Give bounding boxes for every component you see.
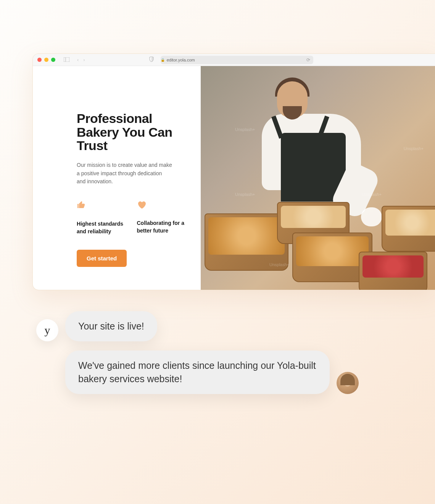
chat-bubble: We've gained more clients since launchin… xyxy=(65,351,330,394)
feature-item: Collaborating for a better future xyxy=(137,200,186,235)
page-content: Professional Bakery You Can Trust Our mi… xyxy=(33,66,435,290)
window-controls xyxy=(37,58,55,62)
user-avatar xyxy=(337,372,359,394)
browser-toolbar: ‹ › 🔒 editor.yola.com ⟳ xyxy=(33,54,435,66)
url-text: editor.yola.com xyxy=(167,58,195,62)
address-bar[interactable]: 🔒 editor.yola.com ⟳ xyxy=(161,56,313,64)
chat-row: We've gained more clients since launchin… xyxy=(36,351,359,394)
feature-label: Highest standards and reliability xyxy=(77,220,126,235)
heart-icon xyxy=(137,200,186,211)
chat-bubble: Your site is live! xyxy=(65,311,157,341)
hero-image: Unsplash+ Unsplash+ Unsplash+ Unsplash+ … xyxy=(201,66,435,290)
hero-section: Professional Bakery You Can Trust Our mi… xyxy=(33,66,201,290)
feature-item: Highest standards and reliability xyxy=(77,200,126,235)
get-started-button[interactable]: Get started xyxy=(77,250,127,267)
svg-rect-0 xyxy=(64,57,69,62)
watermark-text: Unsplash+ xyxy=(235,127,255,132)
lock-icon: 🔒 xyxy=(161,58,165,62)
nav-arrows: ‹ › xyxy=(77,57,85,63)
forward-button[interactable]: › xyxy=(83,57,85,63)
back-button[interactable]: ‹ xyxy=(77,57,79,63)
chat-section: y Your site is live! We've gained more c… xyxy=(36,311,359,394)
hero-title: Professional Bakery You Can Trust xyxy=(77,112,185,153)
features-row: Highest standards and reliability Collab… xyxy=(77,200,185,235)
sidebar-toggle-icon[interactable] xyxy=(64,57,69,63)
thumbs-up-icon xyxy=(77,200,126,212)
feature-label: Collaborating for a better future xyxy=(137,220,186,234)
minimize-window-button[interactable] xyxy=(44,58,48,62)
watermark-text: Unsplash+ xyxy=(269,262,289,267)
watermark-text: Unsplash+ xyxy=(235,192,255,197)
browser-window: ‹ › 🔒 editor.yola.com ⟳ Professional Bak… xyxy=(32,53,435,290)
privacy-shield-icon[interactable] xyxy=(149,57,154,63)
chat-row: y Your site is live! xyxy=(36,311,359,341)
reload-icon[interactable]: ⟳ xyxy=(306,57,310,63)
hero-subtitle: Our mission is to create value and make … xyxy=(77,161,172,186)
close-window-button[interactable] xyxy=(37,58,42,62)
watermark-text: Unsplash+ xyxy=(404,146,424,151)
brand-avatar: y xyxy=(36,319,58,341)
maximize-window-button[interactable] xyxy=(51,58,55,62)
watermark-text: Unsplash+ xyxy=(362,192,382,197)
